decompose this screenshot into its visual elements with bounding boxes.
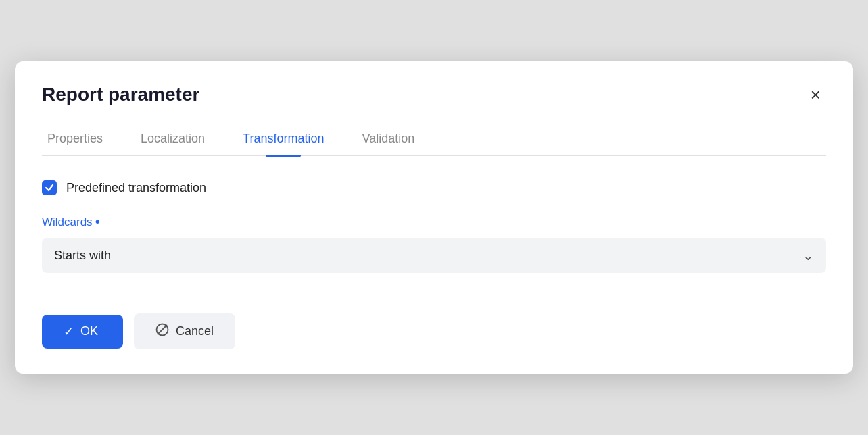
dialog-footer: ✓ OK Cancel <box>42 313 826 349</box>
ok-label: OK <box>80 324 98 338</box>
dialog-header: Report parameter × <box>42 83 826 106</box>
predefined-transformation-checkbox[interactable] <box>42 180 57 195</box>
wildcards-label: Wildcards • <box>42 214 826 230</box>
svg-line-1 <box>158 326 167 334</box>
wildcards-text: Wildcards <box>42 215 93 229</box>
report-parameter-dialog: Report parameter × Properties Localizati… <box>15 61 853 374</box>
cancel-button[interactable]: Cancel <box>134 313 235 349</box>
ok-button[interactable]: ✓ OK <box>42 315 123 349</box>
wildcards-dropdown[interactable]: Starts with Ends with Contains Equals <box>42 238 826 273</box>
wildcards-dot: • <box>95 214 100 230</box>
tab-localization[interactable]: Localization <box>122 125 224 155</box>
ok-check-icon: ✓ <box>64 324 74 339</box>
cancel-icon <box>155 323 169 340</box>
predefined-transformation-label: Predefined transformation <box>66 181 206 195</box>
tab-transformation[interactable]: Transformation <box>224 125 343 155</box>
tab-properties[interactable]: Properties <box>42 125 122 155</box>
dialog-title: Report parameter <box>42 84 199 105</box>
check-icon <box>45 183 54 193</box>
tab-bar: Properties Localization Transformation V… <box>42 125 826 156</box>
content-area: Predefined transformation Wildcards • St… <box>42 178 826 313</box>
wildcards-dropdown-wrapper: Starts with Ends with Contains Equals ⌄ <box>42 238 826 273</box>
close-button[interactable]: × <box>805 83 826 106</box>
cancel-label: Cancel <box>176 324 214 338</box>
predefined-transformation-row: Predefined transformation <box>42 180 826 195</box>
tab-validation[interactable]: Validation <box>343 125 433 155</box>
